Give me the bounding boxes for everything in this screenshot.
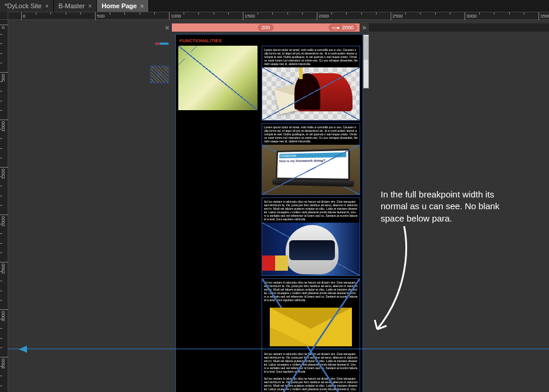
ruler-tick-label: 500 — [1, 74, 6, 81]
guide-handle-icon[interactable] — [19, 346, 27, 353]
close-icon[interactable]: × — [140, 3, 144, 9]
ruler-tick — [317, 12, 317, 21]
ruler-tick — [0, 309, 8, 310]
tab-b-master[interactable]: B-Master × — [54, 0, 97, 12]
off-canvas-placeholder[interactable] — [150, 66, 169, 83]
tab-label: *DyLock Site — [5, 2, 42, 9]
tab-label: Home Page — [101, 2, 137, 9]
ruler-tick-label: 3000 — [466, 13, 477, 19]
tab-label: B-Master — [59, 2, 85, 9]
ruler-tick-label: 2000 — [1, 216, 6, 227]
card-text: Ad ius veniam in abzurdo cibo ne harum a… — [262, 350, 360, 375]
ruler-tick — [391, 12, 391, 21]
ruler-tick — [0, 72, 8, 73]
breakpoint-track[interactable] — [369, 23, 549, 32]
ruler-tick — [0, 262, 8, 263]
laptop-image[interactable]: HOMEWORK How is my Homework doing? — [262, 145, 360, 195]
laptop-site-name: HOMEWORK — [279, 152, 346, 158]
horizontal-guide[interactable] — [8, 349, 549, 349]
ruler-tick-label: 3000 — [1, 311, 6, 322]
breakpoint-min-label: 200 — [257, 24, 273, 31]
ruler-tick-label: 0 — [23, 13, 25, 19]
ruler-tick — [21, 12, 22, 21]
card-text: Ad ius veniam in abzurdo cibo ne harum a… — [262, 375, 360, 392]
ruler-tick — [0, 25, 8, 25]
ruler-tick-label: 3500 — [540, 13, 549, 19]
mailbox-image[interactable] — [262, 67, 360, 120]
ruler-tick-label: 1000 — [171, 13, 181, 19]
ruler-tick — [0, 167, 8, 168]
scrollbar-thumb[interactable] — [364, 36, 368, 60]
design-canvas[interactable]: « 200 ▭▸ 2000 » FUNCTIONALITIES Lorem ip… — [8, 20, 549, 392]
ruler-tick — [0, 120, 8, 120]
ruler-tick — [169, 12, 170, 21]
tab-home-page[interactable]: Home Page × — [97, 0, 149, 12]
ruler-tick-label: 2000 — [318, 13, 329, 19]
horizontal-ruler[interactable]: 0500100015002000250030003500 — [8, 12, 549, 20]
ruler-tick-label: 2500 — [392, 13, 403, 19]
hero-image[interactable] — [178, 46, 257, 110]
breakpoint-next-button[interactable]: » — [360, 23, 369, 32]
page-body: FUNCTIONALITIES Lorem ipsum dolor sit am… — [176, 35, 362, 392]
ruler-tick — [0, 357, 8, 357]
off-canvas-element[interactable] — [155, 43, 160, 45]
ruler-tick-label: 1500 — [245, 13, 255, 19]
ruler-tick-label: 500 — [97, 13, 104, 19]
page-section-title[interactable]: FUNCTIONALITIES — [178, 37, 360, 46]
annotation-text: In the full breakpoint width its normal … — [381, 189, 519, 224]
envelope-image[interactable] — [262, 304, 360, 350]
ruler-tick — [243, 12, 243, 21]
close-icon[interactable]: × — [88, 3, 92, 9]
visor-icon — [289, 240, 335, 260]
page-scrollbar[interactable] — [363, 35, 369, 88]
chevron-left-icon: « — [165, 23, 170, 32]
tab-dylock-site[interactable]: *DyLock Site × — [0, 0, 54, 12]
breakpoint-prev-button[interactable]: « — [162, 23, 172, 32]
envelope-icon — [270, 308, 352, 346]
content-card[interactable]: Ad ius veniam in abzurdo cibo ne harum a… — [262, 278, 360, 392]
ruler-tick-label: 1500 — [1, 169, 6, 179]
ruler-tick — [95, 12, 96, 21]
ruler-tick — [465, 12, 465, 21]
card-text: Ad ius veniam in abzurdo cibo ne harum a… — [262, 198, 360, 223]
content-card[interactable]: Lorem ipsum dolor sit amet, vivit malis … — [262, 123, 360, 195]
mailbox-icon — [297, 73, 353, 111]
breakpoint-max-label: ▭▸ 2000 — [328, 24, 357, 31]
document-tabs: *DyLock Site × B-Master × Home Page × — [0, 0, 549, 12]
vertical-ruler[interactable]: 0500100015002000250030003500 — [0, 20, 8, 392]
chevron-right-icon: » — [362, 23, 367, 32]
card-text: Lorem ipsum dolor sit amet, vivit malis … — [262, 124, 360, 145]
ruler-tick-label: 2500 — [1, 264, 6, 274]
racer-image[interactable] — [262, 223, 360, 275]
breakpoint-segment-active[interactable]: 200 ▭▸ 2000 — [172, 23, 360, 32]
ruler-tick-label: 3500 — [1, 359, 6, 369]
content-card[interactable]: Ad ius veniam in abzurdo cibo ne harum a… — [262, 197, 360, 276]
ruler-tick — [0, 214, 8, 215]
desktop-icon: ▭▸ — [332, 25, 340, 30]
breakpoint-bar: « 200 ▭▸ 2000 » — [8, 23, 549, 32]
card-text: Ad ius veniam in abzurdo cibo ne harum a… — [262, 279, 360, 304]
laptop-page-title: How is my Homework doing? — [279, 158, 346, 162]
page-frame[interactable]: FUNCTIONALITIES Lorem ipsum dolor sit am… — [175, 34, 363, 392]
ruler-tick-label: 0 — [1, 26, 6, 29]
ruler-tick — [538, 12, 539, 21]
laptop-icon: HOMEWORK How is my Homework doing? — [275, 148, 357, 189]
content-card[interactable]: Lorem ipsum dolor sit amet, vivit malis … — [262, 46, 360, 121]
card-text: Lorem ipsum dolor sit amet, vivit malis … — [262, 46, 360, 67]
ruler-tick-label: 1000 — [1, 121, 6, 132]
close-icon[interactable]: × — [45, 3, 49, 9]
ruler-origin — [0, 12, 8, 20]
annotation-arrow-icon — [369, 220, 416, 338]
